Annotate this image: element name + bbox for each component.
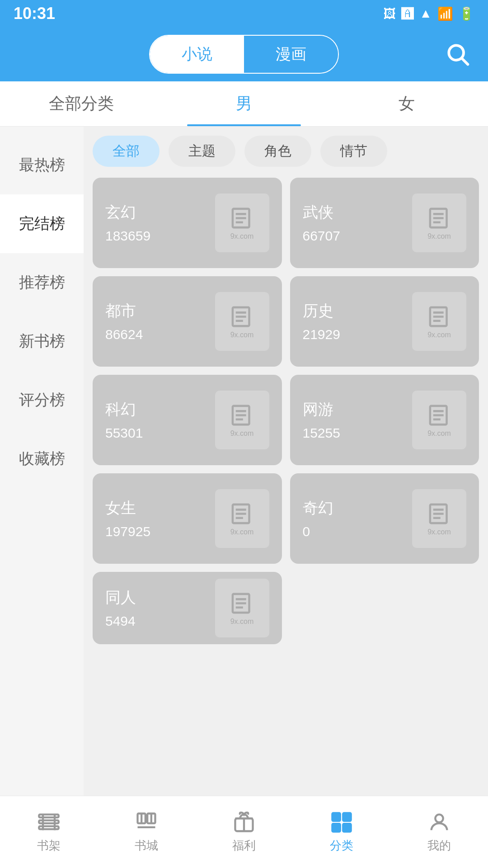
card-title-8: 同人 — [105, 587, 136, 608]
content-type-toggle: 小说 漫画 — [149, 35, 339, 74]
card-count-5: 15255 — [303, 425, 340, 441]
card-image-2: 9x.com — [215, 292, 269, 351]
card-site-7: 9x.com — [427, 528, 451, 536]
card-count-3: 21929 — [303, 327, 340, 342]
card-site-4: 9x.com — [230, 429, 254, 438]
chip-episode[interactable]: 情节 — [320, 136, 387, 167]
mine-icon — [427, 811, 451, 834]
category-tabs: 全部分类 男 女 — [0, 81, 488, 127]
svg-rect-15 — [343, 812, 352, 821]
category-card-kehuan[interactable]: 科幻 55301 9x.com — [93, 375, 282, 465]
category-grid: 玄幻 183659 9x.com 武侠 66707 — [93, 178, 479, 644]
header: 小说 漫画 — [0, 27, 488, 81]
card-count-8: 5494 — [105, 613, 136, 629]
card-count-7: 0 — [303, 524, 333, 539]
nav-item-bookstore[interactable]: 书城 — [98, 796, 195, 868]
card-image-1: 9x.com — [412, 193, 466, 252]
category-card-lishi[interactable]: 历史 21929 9x.com — [290, 276, 479, 367]
svg-line-1 — [462, 58, 468, 64]
svg-rect-16 — [332, 823, 341, 832]
novel-toggle-btn[interactable]: 小说 — [150, 36, 244, 73]
sidebar-item-collected[interactable]: 收藏榜 — [0, 429, 84, 488]
category-card-wangyou[interactable]: 网游 15255 9x.com — [290, 375, 479, 465]
wifi-icon: ▲ — [419, 6, 432, 21]
bottom-nav: 书架 书城 福利 分类 — [0, 796, 488, 868]
card-title-5: 网游 — [303, 399, 340, 420]
card-count-6: 197925 — [105, 524, 150, 539]
card-site-8: 9x.com — [230, 618, 254, 626]
card-title-4: 科幻 — [105, 399, 143, 420]
tab-male[interactable]: 男 — [163, 81, 325, 126]
chip-character[interactable]: 角色 — [244, 136, 311, 167]
svg-point-18 — [435, 815, 443, 822]
card-site-5: 9x.com — [427, 429, 451, 438]
main-layout: 最热榜 完结榜 推荐榜 新书榜 评分榜 收藏榜 全部 主题 角色 情节 — [0, 127, 488, 796]
nav-label-bookstore: 书城 — [135, 838, 158, 854]
category-card-dushi[interactable]: 都市 86624 9x.com — [93, 276, 282, 367]
sidebar-item-hot[interactable]: 最热榜 — [0, 136, 84, 194]
sidebar: 最热榜 完结榜 推荐榜 新书榜 评分榜 收藏榜 — [0, 127, 84, 796]
card-image-3: 9x.com — [412, 292, 466, 351]
shelf-icon — [37, 811, 61, 834]
card-site-1: 9x.com — [427, 232, 451, 241]
card-title-2: 都市 — [105, 301, 143, 321]
status-icons: 🖼 🅰 ▲ 📶 🔋 — [383, 6, 474, 21]
card-title-3: 历史 — [303, 301, 340, 321]
category-card-tongren[interactable]: 同人 5494 9x.com — [93, 572, 282, 644]
card-count-1: 66707 — [303, 228, 340, 244]
card-title-7: 奇幻 — [303, 498, 333, 519]
card-site-3: 9x.com — [427, 331, 451, 339]
card-image-6: 9x.com — [215, 489, 269, 548]
status-time: 10:31 — [14, 4, 55, 23]
card-title-0: 玄幻 — [105, 202, 150, 223]
card-image-8: 9x.com — [215, 579, 269, 637]
battery-icon: 🔋 — [459, 6, 474, 21]
filter-chips: 全部 主题 角色 情节 — [93, 136, 479, 167]
category-icon — [330, 811, 353, 834]
tab-all[interactable]: 全部分类 — [0, 81, 163, 126]
card-image-4: 9x.com — [215, 391, 269, 449]
card-title-1: 武侠 — [303, 202, 340, 223]
bookstore-icon — [135, 811, 158, 834]
card-count-4: 55301 — [105, 425, 143, 441]
card-count-0: 183659 — [105, 228, 150, 244]
card-site-2: 9x.com — [230, 331, 254, 339]
card-count-2: 86624 — [105, 327, 143, 342]
card-image-7: 9x.com — [412, 489, 466, 548]
nav-item-category[interactable]: 分类 — [293, 796, 390, 868]
sidebar-item-recommended[interactable]: 推荐榜 — [0, 253, 84, 312]
nav-label-mine: 我的 — [427, 838, 451, 854]
card-site-6: 9x.com — [230, 528, 254, 536]
image-icon: 🖼 — [383, 6, 396, 21]
text-icon: 🅰 — [401, 6, 414, 21]
nav-label-shelf: 书架 — [37, 838, 61, 854]
card-image-5: 9x.com — [412, 391, 466, 449]
search-button[interactable] — [445, 41, 470, 68]
card-image-0: 9x.com — [215, 193, 269, 252]
sidebar-item-rated[interactable]: 评分榜 — [0, 371, 84, 429]
nav-item-mine[interactable]: 我的 — [390, 796, 488, 868]
svg-rect-14 — [332, 812, 341, 821]
nav-item-welfare[interactable]: 福利 — [195, 796, 293, 868]
manga-toggle-btn[interactable]: 漫画 — [244, 36, 338, 73]
category-card-nvsheng[interactable]: 女生 197925 9x.com — [93, 473, 282, 564]
welfare-icon — [232, 811, 256, 834]
chip-theme[interactable]: 主题 — [169, 136, 235, 167]
sidebar-item-new[interactable]: 新书榜 — [0, 312, 84, 371]
card-title-6: 女生 — [105, 498, 150, 519]
status-bar: 10:31 🖼 🅰 ▲ 📶 🔋 — [0, 0, 488, 27]
svg-rect-17 — [343, 823, 352, 832]
nav-item-shelf[interactable]: 书架 — [0, 796, 98, 868]
card-site-0: 9x.com — [230, 232, 254, 241]
category-card-wuxia[interactable]: 武侠 66707 9x.com — [290, 178, 479, 268]
tab-female[interactable]: 女 — [325, 81, 488, 126]
chip-all[interactable]: 全部 — [93, 136, 160, 167]
nav-label-category: 分类 — [330, 838, 353, 854]
content-area: 全部 主题 角色 情节 玄幻 183659 9x.com — [84, 127, 488, 796]
sidebar-item-finished[interactable]: 完结榜 — [0, 194, 84, 253]
category-card-qihuan[interactable]: 奇幻 0 9x.com — [290, 473, 479, 564]
nav-label-welfare: 福利 — [232, 838, 256, 854]
signal-icon: 📶 — [437, 6, 453, 21]
category-card-xuanhuan[interactable]: 玄幻 183659 9x.com — [93, 178, 282, 268]
